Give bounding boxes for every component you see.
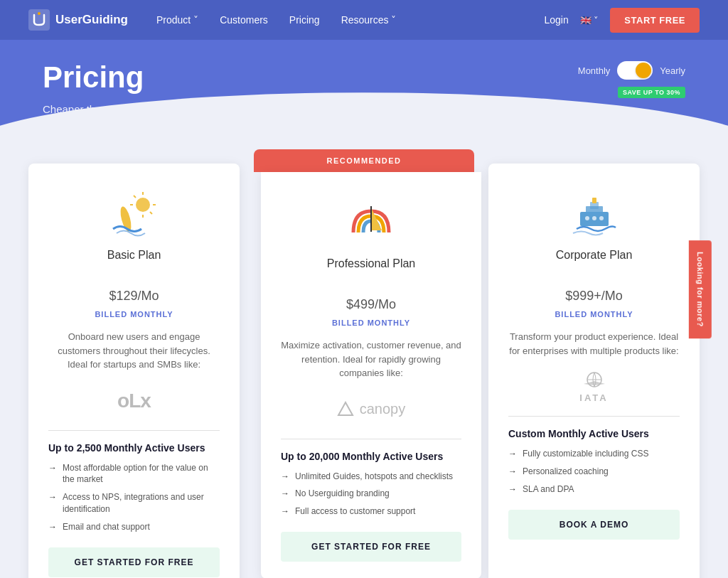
professional-divider — [281, 439, 461, 439]
login-button[interactable]: Login — [544, 14, 568, 26]
corporate-cta-button[interactable]: BOOK A DEMO — [508, 510, 680, 540]
svg-point-16 — [585, 216, 589, 220]
basic-feature-title: Up to 2,500 Monthly Active Users — [48, 442, 220, 454]
svg-point-1 — [38, 12, 41, 15]
corporate-feature-2: Personalized coaching — [508, 466, 680, 478]
side-tab[interactable]: Looking for more? — [689, 240, 712, 338]
logo-text: UserGuiding — [55, 13, 128, 27]
basic-feature-2: Access to NPS, integrations and user ide… — [48, 491, 220, 515]
basic-plan-price: $129/Mo — [48, 273, 220, 307]
corporate-feature-list: Fully customizable including CSS Persona… — [508, 448, 680, 495]
basic-cta-button[interactable]: GET STARTED FOR FREE — [48, 547, 220, 577]
corporate-divider — [508, 416, 680, 417]
basic-feature-3: Email and chat support — [48, 521, 220, 533]
basic-feature-list: Most affordable option for the value on … — [48, 462, 220, 533]
billing-toggle-switch[interactable] — [617, 61, 653, 80]
svg-rect-19 — [592, 198, 596, 203]
corporate-feature-title: Custom Monthly Active Users — [508, 428, 680, 439]
basic-plan-icon — [48, 185, 220, 242]
pricing-section: Basic Plan $129/Mo BILLED MONTHLY Onboar… — [0, 149, 728, 578]
logo[interactable]: UserGuiding — [28, 9, 128, 31]
basic-plan-name: Basic Plan — [48, 249, 220, 262]
svg-line-8 — [134, 196, 136, 198]
svg-marker-12 — [338, 402, 353, 415]
professional-plan-price: $499/Mo — [281, 282, 461, 316]
basic-plan-card: Basic Plan $129/Mo BILLED MONTHLY Onboar… — [28, 164, 240, 578]
nav-customers[interactable]: Customers — [220, 14, 268, 26]
basic-client-logo: oLx — [48, 383, 220, 419]
corporate-feature-1: Fully customizable including CSS — [508, 448, 680, 460]
professional-feature-2: No Userguiding branding — [281, 488, 461, 500]
olx-logo: oLx — [117, 390, 151, 412]
professional-feature-3: Full access to customer support — [281, 505, 461, 518]
toggle-thumb — [636, 63, 651, 78]
billing-monthly-label: Monthly — [578, 65, 611, 76]
professional-feature-title: Up to 20,000 Monthly Active Users — [281, 451, 461, 462]
nav-product[interactable]: Product ˅ — [156, 14, 198, 26]
professional-billing-period: BILLED MONTHLY — [281, 319, 461, 327]
corporate-client-logo: IATA — [508, 369, 680, 405]
professional-client-logo: canopy — [281, 392, 461, 427]
professional-plan-description: Maximize activation, customer revenue, a… — [281, 338, 461, 380]
corporate-plan-name: Corporate Plan — [508, 249, 680, 262]
professional-plan-icon — [281, 193, 461, 250]
professional-cta-button[interactable]: GET STARTED FOR FREE — [281, 532, 461, 562]
billing-yearly-label: Yearly — [660, 65, 685, 76]
billing-toggle: Monthly Yearly SAVE UP TO 30% — [578, 61, 685, 98]
svg-point-3 — [136, 198, 150, 212]
start-free-button[interactable]: START FREE — [610, 8, 700, 33]
corporate-plan-price: $999+/Mo — [508, 273, 680, 307]
professional-plan-card: Professional Plan $499/Mo BILLED MONTHLY… — [261, 172, 481, 578]
professional-feature-list: Unlimited Guides, hotspots and checklist… — [281, 471, 461, 518]
canopy-logo: canopy — [337, 401, 406, 418]
nav-links: Product ˅ Customers Pricing Resources ˅ — [156, 14, 544, 26]
iata-logo: IATA — [579, 371, 608, 403]
corporate-plan-card: Corporate Plan $999+/Mo BILLED MONTHLY T… — [488, 164, 700, 578]
corporate-plan-icon — [508, 185, 680, 242]
nav-pricing[interactable]: Pricing — [289, 14, 320, 26]
nav-right: Login 🇬🇧 ˅ START FREE — [544, 8, 700, 33]
professional-plan-name: Professional Plan — [281, 257, 461, 270]
corporate-feature-3: SLA and DPA — [508, 483, 680, 496]
nav-resources[interactable]: Resources ˅ — [341, 14, 397, 26]
corporate-plan-description: Transform your product experience. Ideal… — [508, 330, 680, 358]
basic-plan-description: Onboard new users and engage customers t… — [48, 330, 220, 372]
corporate-billing-period: BILLED MONTHLY — [508, 310, 680, 319]
svg-point-17 — [592, 216, 596, 220]
professional-plan-wrapper: RECOMMENDED Professional Plan $499/ — [254, 149, 474, 578]
save-badge: SAVE UP TO 30% — [618, 87, 685, 98]
navbar: UserGuiding Product ˅ Customers Pricing … — [0, 0, 728, 40]
svg-line-9 — [150, 212, 152, 214]
svg-point-18 — [599, 216, 604, 220]
recommended-badge: RECOMMENDED — [254, 149, 474, 172]
lang-selector[interactable]: 🇬🇧 ˅ — [580, 15, 599, 26]
basic-feature-1: Most affordable option for the value on … — [48, 462, 220, 486]
cards-container: Basic Plan $129/Mo BILLED MONTHLY Onboar… — [21, 149, 707, 578]
professional-feature-1: Unlimited Guides, hotspots and checklist… — [281, 471, 461, 483]
basic-billing-period: BILLED MONTHLY — [48, 310, 220, 319]
basic-divider — [48, 430, 220, 431]
